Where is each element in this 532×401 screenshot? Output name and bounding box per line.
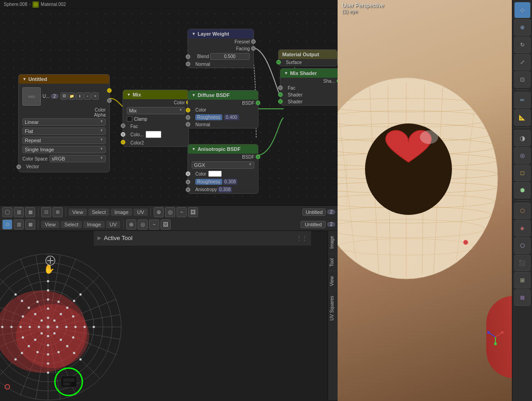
diffuse-bsdf-output[interactable] xyxy=(256,101,260,105)
img-btn-3[interactable]: ⬇ xyxy=(76,92,83,100)
globe-tool-btn[interactable]: ◎ xyxy=(514,147,531,164)
aniso-color-input[interactable] xyxy=(186,171,190,176)
uv-uv-btn[interactable]: UV xyxy=(106,221,120,228)
fresnel-output[interactable] xyxy=(251,39,256,44)
move-tool-btn[interactable]: ⊕ xyxy=(514,19,531,36)
extrude-tool-btn[interactable]: ⬛ xyxy=(514,255,531,271)
cursor-tool-btn[interactable]: ⊹ xyxy=(514,2,531,18)
uv-snap-icon[interactable]: ⊕ xyxy=(126,219,136,230)
rotate-gizmo[interactable] xyxy=(486,328,505,346)
aniso-anisotropy-input[interactable] xyxy=(186,187,190,192)
side-tab-tool[interactable]: Tool xyxy=(328,253,338,271)
img-btn-close[interactable]: ✕ xyxy=(91,92,99,100)
ggx-dropdown[interactable]: GGX ▼ xyxy=(192,161,254,169)
aniso-roughness-btn[interactable]: Roughness xyxy=(195,179,222,185)
aniso-bsdf-output[interactable] xyxy=(256,155,260,159)
mix-color1-input[interactable] xyxy=(121,132,125,137)
svg-point-39 xyxy=(66,345,69,348)
aniso-color-swatch[interactable] xyxy=(208,171,222,177)
aniso-roughness-input[interactable] xyxy=(186,180,190,184)
uv-prop-icon[interactable]: ◎ xyxy=(138,219,148,230)
img-btn-2[interactable]: 📁 xyxy=(68,92,75,100)
uv-mode-3[interactable]: ▦ xyxy=(25,219,35,230)
mix-type-dropdown[interactable]: Mix ▼ xyxy=(127,107,185,114)
inset-tool-btn[interactable]: ⊞ xyxy=(514,272,531,289)
alpha-output-socket[interactable] xyxy=(107,98,112,103)
toolbar-mode-3[interactable]: ▦ xyxy=(25,207,35,217)
node-view-btn[interactable]: View xyxy=(69,209,87,216)
rotate-tool-btn[interactable]: ↻ xyxy=(514,37,531,53)
diffuse-roughness-input[interactable] xyxy=(186,115,190,120)
toolbar-mode-icon[interactable]: ⬡ xyxy=(2,207,12,217)
measure-tool-btn[interactable]: 📐 xyxy=(514,109,531,126)
scale-tool-btn[interactable]: ⤢ xyxy=(514,54,531,70)
mix-shader-s2-input[interactable] xyxy=(278,99,283,104)
diffuse-color-row: Color xyxy=(188,107,258,113)
uv-image-btn[interactable]: Image xyxy=(83,221,105,228)
side-tab-image[interactable]: Image xyxy=(328,231,338,253)
poly-tool-btn[interactable]: ⬠ xyxy=(514,237,531,254)
clamp-checkbox[interactable] xyxy=(127,116,132,122)
color-output-socket[interactable] xyxy=(107,88,112,93)
toolbar-dotted[interactable]: ⊞ xyxy=(53,207,63,217)
node-uv-btn[interactable]: UV xyxy=(134,209,148,216)
toolbar-view-mode[interactable]: ⊡ xyxy=(41,207,51,217)
active-tool-menu-icon[interactable]: ⋮⋮ xyxy=(296,235,307,241)
single-image-row: Single Image ▼ xyxy=(19,145,109,154)
img-btn-4[interactable]: + xyxy=(84,92,91,100)
uv-mode-select[interactable]: ⊡ xyxy=(2,219,12,230)
facing-output[interactable] xyxy=(251,46,256,51)
mix-color1-swatch[interactable] xyxy=(145,131,161,138)
uv-img-thumb[interactable]: 🖼 xyxy=(161,219,171,230)
layer-normal-label: Normal xyxy=(195,62,210,67)
uv-select-btn[interactable]: Select xyxy=(61,221,82,228)
diffuse-normal-input[interactable] xyxy=(186,122,190,127)
blend-input[interactable] xyxy=(186,54,190,59)
svg-point-34 xyxy=(29,326,31,328)
blend-value[interactable]: 0.500 xyxy=(210,53,250,60)
uv-image-selector[interactable]: Untitled xyxy=(301,221,326,228)
transform-tool-btn[interactable]: ⊡ xyxy=(514,71,531,88)
knife-tool-btn[interactable]: ⬡ xyxy=(514,203,531,219)
anisotropic-bsdf-body: BSDF GGX ▼ Color Roughness 0.308 xyxy=(188,154,258,193)
svg-point-51 xyxy=(37,301,39,303)
shading-tool-btn[interactable]: ◑ xyxy=(514,130,531,146)
mix-shader-s1-input[interactable] xyxy=(278,92,283,97)
bisect-tool-btn[interactable]: ◈ xyxy=(514,220,531,236)
node-img-icon[interactable]: 🖼 xyxy=(188,207,198,217)
vector-input-socket[interactable] xyxy=(16,165,21,169)
node-snap-icon[interactable]: ⊕ xyxy=(154,207,164,217)
mix-shader-fac-input[interactable] xyxy=(278,86,283,90)
single-image-dropdown[interactable]: Single Image ▼ xyxy=(22,146,106,153)
mix-color2-input[interactable] xyxy=(121,140,125,144)
side-tab-uv-squares[interactable]: UV Squares xyxy=(328,291,338,325)
layer-normal-input[interactable] xyxy=(186,62,190,66)
node-prop-icon[interactable]: ◎ xyxy=(165,207,175,217)
mix-fac-input[interactable] xyxy=(121,123,125,128)
uv-view-btn[interactable]: View xyxy=(41,221,59,228)
img-btn-1[interactable]: 🖼 xyxy=(60,92,68,100)
node-wave-icon[interactable]: ~ xyxy=(177,207,187,217)
untitled-node-title: Untitled xyxy=(28,76,47,82)
linear-dropdown[interactable]: Linear ▼ xyxy=(22,118,106,126)
side-tab-view[interactable]: View xyxy=(328,271,338,291)
uv-wave-icon[interactable]: ~ xyxy=(149,219,159,230)
diffuse-roughness-btn[interactable]: Roughness xyxy=(195,114,222,120)
diffuse-color-input[interactable] xyxy=(186,108,190,112)
material-output-surface-input[interactable] xyxy=(276,60,281,64)
bevel-tool-btn[interactable]: ⊠ xyxy=(514,289,531,306)
colorspace-dropdown[interactable]: sRGB ▼ xyxy=(49,155,106,162)
anisotropic-bsdf-header: ▼ Anisotropic BSDF xyxy=(188,144,258,154)
repeat-dropdown[interactable]: Repeat ▼ xyxy=(22,137,106,144)
active-tool-expand-icon[interactable]: ▶ xyxy=(97,235,101,241)
subdivide-tool-btn[interactable]: ◻ xyxy=(514,165,531,181)
node-select-btn[interactable]: Select xyxy=(88,209,110,216)
uv-mode-2[interactable]: ▥ xyxy=(14,219,24,230)
loopcut-tool-btn[interactable]: ⬢ xyxy=(514,182,531,198)
node-image-btn[interactable]: Image xyxy=(111,209,132,216)
diffuse-bsdf-body: BSDF Color Roughness 0.400 Normal xyxy=(188,100,258,128)
untitled-dropdown[interactable]: Untitled xyxy=(302,209,326,216)
annotate-tool-btn[interactable]: ✏ xyxy=(514,92,531,108)
flat-dropdown[interactable]: Flat ▼ xyxy=(22,128,106,135)
toolbar-mode-2[interactable]: ▥ xyxy=(14,207,24,217)
